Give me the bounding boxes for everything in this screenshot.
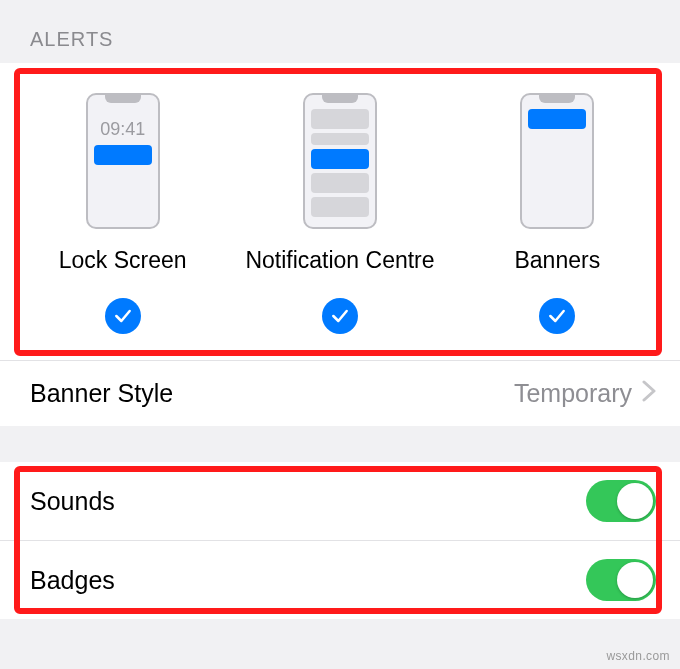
sounds-toggle[interactable] [586, 480, 656, 522]
toggles-panel: Sounds Badges [0, 462, 680, 619]
banner-style-value: Temporary [514, 379, 656, 408]
checkmark-icon[interactable] [322, 298, 358, 334]
banner-style-label: Banner Style [30, 379, 173, 408]
alert-option-notification-centre[interactable]: Notification Centre [232, 93, 447, 334]
badges-toggle[interactable] [586, 559, 656, 601]
banners-icon [520, 93, 594, 229]
sounds-label: Sounds [30, 487, 115, 516]
alerts-section-header: ALERTS [0, 0, 680, 63]
alert-label-notification-centre: Notification Centre [245, 247, 434, 274]
alert-style-group: 09:41 Lock Screen Notification Centre [0, 63, 680, 360]
watermark: wsxdn.com [606, 649, 670, 663]
checkmark-icon[interactable] [105, 298, 141, 334]
sounds-row: Sounds [0, 462, 680, 540]
badges-row: Badges [0, 540, 680, 619]
chevron-right-icon [642, 379, 656, 408]
checkmark-icon[interactable] [539, 298, 575, 334]
alerts-panel: 09:41 Lock Screen Notification Centre [0, 63, 680, 426]
banner-style-row[interactable]: Banner Style Temporary [0, 360, 680, 426]
badges-label: Badges [30, 566, 115, 595]
notification-centre-icon [303, 93, 377, 229]
alert-option-lock-screen[interactable]: 09:41 Lock Screen [15, 93, 230, 334]
alert-label-lock-screen: Lock Screen [59, 247, 187, 274]
lock-screen-time: 09:41 [88, 119, 158, 140]
alert-label-banners: Banners [514, 247, 600, 274]
lock-screen-icon: 09:41 [86, 93, 160, 229]
alert-option-banners[interactable]: Banners [450, 93, 665, 334]
